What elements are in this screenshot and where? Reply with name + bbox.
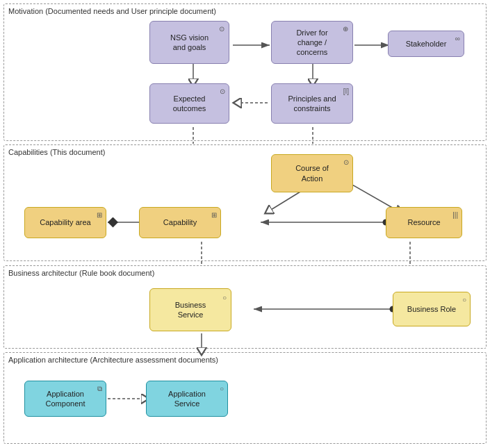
node-driver[interactable]: Driver forchange /concerns ⊕ <box>271 21 353 64</box>
node-capability-area[interactable]: Capability area ⊞ <box>24 207 106 238</box>
motivation-label: Motivation (Documented needs and User pr… <box>8 7 216 15</box>
node-capability-label: Capability <box>163 217 197 227</box>
node-nsg-label: NSG visionand goals <box>170 33 209 53</box>
nsg-icon: ⊙ <box>219 24 224 33</box>
node-expected[interactable]: Expectedoutcomes ⊙ <box>149 83 229 124</box>
node-capability-area-label: Capability area <box>40 217 90 227</box>
node-business-service[interactable]: BusinessService ○ <box>149 288 231 331</box>
driver-icon: ⊕ <box>343 24 348 33</box>
capabilities-label: Capabilities (This document) <box>8 148 105 156</box>
node-app-service[interactable]: ApplicationService ○ <box>146 381 228 417</box>
node-app-service-label: ApplicationService <box>168 389 206 409</box>
diagram-container: Motivation (Documented needs and User pr… <box>0 0 490 448</box>
node-principles[interactable]: Principles andconstraints [I] <box>271 83 353 124</box>
node-business-role[interactable]: Business Role ○ <box>393 292 471 326</box>
node-stakeholder-label: Stakeholder <box>406 39 447 49</box>
course-icon: ⊙ <box>343 158 349 167</box>
node-course[interactable]: Course ofAction ⊙ <box>271 154 353 192</box>
business-role-icon: ○ <box>462 295 466 304</box>
principles-icon: [I] <box>343 87 349 96</box>
section-capabilities: Capabilities (This document) <box>3 144 487 261</box>
capability-icon: ⊞ <box>211 210 217 219</box>
node-app-component[interactable]: ApplicationComponent ⧉ <box>24 381 106 417</box>
application-label: Application architecture (Architecture a… <box>8 356 218 364</box>
app-component-icon: ⧉ <box>97 384 102 393</box>
capability-area-icon: ⊞ <box>97 210 102 219</box>
node-resource[interactable]: Resource ||| <box>386 207 462 238</box>
node-principles-label: Principles andconstraints <box>288 94 336 114</box>
app-service-icon: ○ <box>220 384 224 393</box>
section-motivation: Motivation (Documented needs and User pr… <box>3 3 487 141</box>
node-capability[interactable]: Capability ⊞ <box>139 207 221 238</box>
node-stakeholder[interactable]: Stakeholder ∞ <box>388 31 464 57</box>
resource-icon: ||| <box>452 210 458 219</box>
business-service-icon: ○ <box>222 293 227 302</box>
node-driver-label: Driver forchange /concerns <box>296 28 327 58</box>
node-resource-label: Resource <box>407 217 440 227</box>
node-business-service-label: BusinessService <box>175 300 206 320</box>
node-business-role-label: Business Role <box>407 304 456 314</box>
expected-icon: ⊙ <box>220 87 225 96</box>
stakeholder-icon: ∞ <box>455 34 460 43</box>
business-label: Business architectur (Rule book document… <box>8 269 154 277</box>
node-expected-label: Expectedoutcomes <box>173 94 206 114</box>
node-nsg[interactable]: NSG visionand goals ⊙ <box>149 21 229 64</box>
node-app-component-label: ApplicationComponent <box>46 389 85 409</box>
node-course-label: Course ofAction <box>295 163 329 183</box>
